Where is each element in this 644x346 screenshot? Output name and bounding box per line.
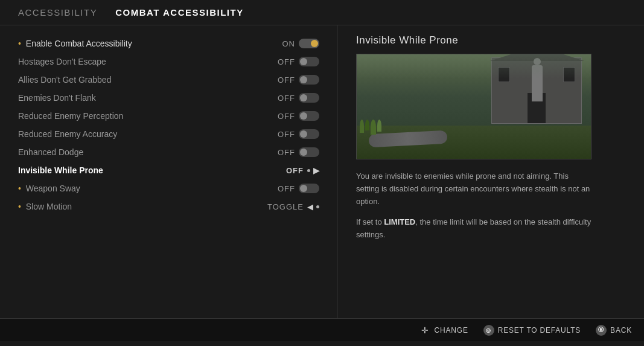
detail-title: Invisible While Prone — [356, 34, 626, 46]
setting-label: • Weapon Sway — [18, 184, 259, 193]
footer: ✛ CHANGE ◎ RESET TO DEFAULTS Ⓑ BACK — [0, 318, 644, 341]
toggle-switch[interactable] — [299, 57, 319, 66]
setting-value-text: OFF — [278, 94, 295, 103]
plant-4 — [377, 120, 381, 132]
setting-enhanced-dodge[interactable]: Enhanced Dodge OFF — [18, 143, 319, 161]
setting-weapon-sway[interactable]: • Weapon Sway OFF — [18, 179, 319, 197]
detail-description: You are invisible to enemies while prone… — [356, 170, 591, 242]
setting-control: TOGGLE ◀ — [259, 202, 319, 211]
setting-slow-motion[interactable]: • Slow Motion TOGGLE ◀ — [18, 197, 319, 216]
bullet-icon: • — [18, 39, 21, 48]
footer-back-label: BACK — [610, 326, 632, 335]
setting-value-text: OFF — [278, 57, 295, 66]
scene-vegetation — [360, 120, 381, 135]
main-content: • Enable Combat Accessibility ON Hostage… — [0, 25, 644, 318]
footer-reset-label: RESET TO DEFAULTS — [498, 326, 581, 335]
arrow-control: ▶ — [307, 166, 319, 175]
limited-keyword: LIMITED — [384, 217, 415, 226]
footer-reset-action[interactable]: ◎ RESET TO DEFAULTS — [483, 325, 581, 336]
setting-label: Reduced Enemy Accuracy — [18, 129, 259, 139]
setting-enable-combat[interactable]: • Enable Combat Accessibility ON — [18, 34, 319, 53]
bullet-icon: • — [18, 184, 21, 193]
toggle-knob — [300, 76, 307, 83]
toggle-knob — [300, 185, 307, 192]
footer-change-label: CHANGE — [435, 326, 468, 335]
toggle-switch[interactable] — [299, 111, 319, 121]
dot-indicator — [307, 169, 310, 172]
toggle-switch[interactable] — [299, 75, 319, 85]
circle-icon: ◎ — [483, 325, 494, 336]
plant-2 — [365, 120, 369, 130]
description-paragraph-1: You are invisible to enemies while prone… — [356, 170, 591, 208]
circle-b-icon: Ⓑ — [596, 325, 607, 336]
setting-control: OFF — [259, 129, 319, 139]
toggle-switch[interactable] — [299, 129, 319, 139]
settings-list: • Enable Combat Accessibility ON Hostage… — [0, 25, 338, 318]
setting-value-text: OFF — [278, 184, 295, 193]
scene-container — [357, 54, 591, 159]
setting-enemies-flank[interactable]: Enemies Don't Flank OFF — [18, 89, 319, 107]
dpad-icon: ✛ — [420, 325, 431, 336]
setting-control: OFF ▶ — [259, 166, 319, 175]
setting-control: OFF — [259, 93, 319, 103]
plant-1 — [360, 120, 364, 133]
setting-allies[interactable]: Allies Don't Get Grabbed OFF — [18, 71, 319, 89]
toggle-knob — [300, 58, 307, 65]
setting-value-text: OFF — [278, 130, 295, 139]
detail-screenshot — [356, 54, 591, 159]
setting-label: • Enable Combat Accessibility — [18, 39, 259, 48]
setting-value-text: OFF — [278, 112, 295, 121]
setting-label: • Slow Motion — [18, 202, 259, 211]
setting-control: ON — [259, 39, 319, 48]
toggle-switch[interactable] — [299, 147, 319, 157]
toggle-switch[interactable] — [299, 184, 319, 193]
toggle-knob — [300, 94, 307, 101]
setting-control: OFF — [259, 111, 319, 121]
setting-value-text: OFF — [286, 166, 304, 175]
toggle-switch[interactable] — [299, 93, 319, 103]
setting-control: OFF — [259, 57, 319, 66]
setting-invisible-prone[interactable]: Invisible While Prone OFF ▶ — [18, 161, 319, 179]
tab-combat-accessibility[interactable]: COMBAT ACCESSIBILITY — [115, 7, 244, 18]
setting-label: Reduced Enemy Perception — [18, 111, 259, 121]
setting-label: Enemies Don't Flank — [18, 93, 259, 103]
tab-accessibility[interactable]: ACCESSIBILITY — [18, 7, 97, 18]
toggle-switch[interactable] — [299, 39, 319, 48]
setting-enemy-perception[interactable]: Reduced Enemy Perception OFF — [18, 107, 319, 125]
toggle-knob — [300, 149, 307, 156]
detail-panel: Invisible While Prone — [338, 25, 644, 318]
setting-value-text: TOGGLE — [267, 202, 304, 211]
setting-label: Hostages Don't Escape — [18, 57, 259, 66]
setting-label: Invisible While Prone — [18, 165, 259, 175]
footer-back-action[interactable]: Ⓑ BACK — [596, 325, 632, 336]
setting-control: OFF — [259, 147, 319, 157]
toggle-knob — [300, 130, 307, 138]
setting-enemy-accuracy[interactable]: Reduced Enemy Accuracy OFF — [18, 125, 319, 143]
toggle-knob — [300, 112, 307, 120]
setting-control: OFF — [259, 184, 319, 193]
scene-sky — [357, 54, 591, 78]
setting-hostages[interactable]: Hostages Don't Escape OFF — [18, 53, 319, 71]
footer-change-action[interactable]: ✛ CHANGE — [420, 325, 468, 336]
header: ACCESSIBILITY COMBAT ACCESSIBILITY — [0, 0, 644, 25]
setting-value-text: OFF — [278, 75, 295, 85]
setting-control: OFF — [259, 75, 319, 85]
arrow-right-icon[interactable]: ▶ — [313, 166, 319, 175]
arrow-control: ◀ — [307, 202, 319, 211]
arrow-left-icon[interactable]: ◀ — [307, 202, 313, 211]
description-paragraph-2: If set to LIMITED, the time limit will b… — [356, 216, 591, 242]
setting-value-text: OFF — [278, 148, 295, 157]
toggle-knob — [311, 40, 318, 47]
bullet-icon: • — [18, 202, 21, 211]
setting-label: Enhanced Dodge — [18, 147, 259, 157]
setting-label: Allies Don't Get Grabbed — [18, 75, 259, 85]
setting-value-text: ON — [282, 39, 296, 48]
dot-indicator — [316, 205, 319, 208]
plant-3 — [371, 120, 376, 135]
